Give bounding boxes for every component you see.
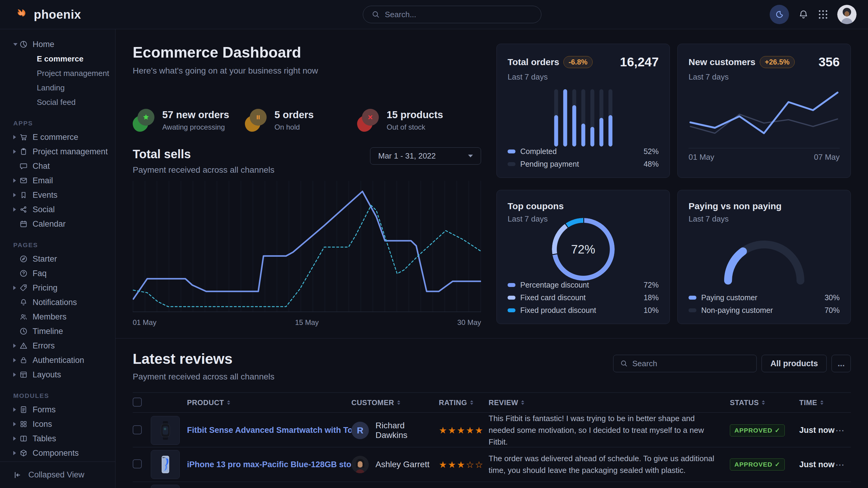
stat-new-orders: 57 new orders Awating processing <box>133 109 245 132</box>
chevron-right-icon <box>13 207 16 212</box>
legend-fixed-product-discount: Fixed product discount 10% <box>507 306 659 315</box>
column-header-product[interactable]: PRODUCT <box>187 398 351 407</box>
sidebar-item-events[interactable]: Events <box>0 188 115 202</box>
search-icon <box>620 360 628 367</box>
top-coupons-card: Top coupons Last 7 days 72% Percentage d… <box>496 190 670 324</box>
row-checkbox[interactable] <box>133 459 142 468</box>
table-header-row: PRODUCT CUSTOMER RATING REVIEW STATUS TI… <box>133 393 851 413</box>
orders-bar-chart <box>554 89 612 147</box>
customer-name: Ashley Garrett <box>375 460 430 469</box>
column-header-rating[interactable]: RATING <box>439 398 489 407</box>
product-image-fitbit[interactable] <box>151 416 180 445</box>
sidebar-item-members[interactable]: Members <box>0 310 115 324</box>
sidebar-item-layouts[interactable]: Layouts <box>0 367 115 382</box>
row-menu-button[interactable]: ⋯ <box>835 459 851 470</box>
collapse-arrow-icon <box>13 470 22 480</box>
bookmark-icon <box>19 191 33 199</box>
column-header-status[interactable]: STATUS <box>730 398 799 407</box>
sidebar-item-errors[interactable]: Errors <box>0 338 115 353</box>
sidebar-item-tables[interactable]: Tables <box>0 431 115 446</box>
paying-vs-nonpaying-card: Paying vs non paying Last 7 days Paying … <box>677 190 851 324</box>
tag-icon <box>19 284 33 292</box>
sidebar-item-calendar[interactable]: Calendar <box>0 217 115 231</box>
chat-bubble-icon <box>19 162 33 170</box>
product-link[interactable]: Fitbit Sense Advanced Smartwatch with To… <box>187 426 351 435</box>
review-text: The order was delivered ahead of schedul… <box>489 453 730 476</box>
chevron-right-icon <box>13 344 16 348</box>
legend-pending: Pending payment 48% <box>507 160 659 168</box>
column-header-review[interactable]: REVIEW <box>489 398 730 407</box>
sidebar-item-home[interactable]: Home <box>0 37 115 52</box>
legend-swatch <box>688 296 696 300</box>
sidebar-item-icons[interactable]: Icons <box>0 417 115 431</box>
sidebar-item-social-feed[interactable]: Social feed <box>0 95 115 109</box>
new-orders-star-icon <box>133 109 154 132</box>
sidebar-item-email[interactable]: Email <box>0 173 115 188</box>
row-checkbox[interactable] <box>133 425 142 434</box>
legend-completed: Completed 52% <box>507 147 659 156</box>
chevron-right-icon <box>13 150 16 154</box>
sidebar-item-components[interactable]: Components <box>0 446 115 460</box>
total-sells-x-axis: 01 May 15 May 30 May <box>133 318 481 327</box>
table-row-partial <box>133 482 851 488</box>
chevron-right-icon <box>13 436 16 441</box>
reviews-menu-button[interactable]: ... <box>832 355 851 372</box>
page-subtitle: Here's what's going on at your business … <box>133 66 481 76</box>
legend-swatch <box>507 150 516 154</box>
out-of-stock-x-icon <box>357 109 379 132</box>
paying-gauge-chart <box>719 235 809 286</box>
legend-non-paying-customer: Non-paying customer 70% <box>688 306 840 315</box>
file-text-icon <box>19 405 33 414</box>
sidebar-item-notifications[interactable]: Notifications <box>0 295 115 310</box>
all-products-button[interactable]: All products <box>762 355 827 372</box>
sidebar-item-authentication[interactable]: Authentication <box>0 353 115 367</box>
sidebar-item-starter[interactable]: Starter <box>0 252 115 266</box>
global-search[interactable] <box>363 6 541 23</box>
clipboard-icon <box>19 148 33 156</box>
sidebar-section-modules: MODULES <box>13 392 115 399</box>
phoenix-flame-icon <box>15 7 29 22</box>
product-image-iphone[interactable] <box>151 450 180 479</box>
column-header-customer[interactable]: CUSTOMER <box>351 398 439 407</box>
sidebar-item-faq[interactable]: Faq <box>0 266 115 281</box>
reviews-search-input[interactable] <box>632 359 750 368</box>
time-cell: Just now <box>799 460 835 469</box>
row-menu-button[interactable]: ⋯ <box>835 425 851 435</box>
sidebar-item-forms[interactable]: Forms <box>0 402 115 417</box>
chevron-right-icon <box>13 451 16 455</box>
search-input[interactable] <box>385 10 533 19</box>
date-range-select[interactable]: Mar 1 - 31, 2022 <box>370 148 481 165</box>
sidebar-section-pages: PAGES <box>13 241 115 249</box>
cube-icon <box>19 449 33 457</box>
legend-percentage-discount: Percentage discount 72% <box>507 281 659 289</box>
new-customers-x-axis: 01 May 07 May <box>688 148 840 162</box>
notifications-button[interactable] <box>798 9 809 20</box>
sort-icon <box>820 400 824 405</box>
user-avatar[interactable] <box>837 5 857 24</box>
sidebar-item-project-management[interactable]: Project management <box>0 144 115 159</box>
chevron-down-icon <box>13 43 18 46</box>
brand[interactable]: phoenix <box>15 7 81 22</box>
sidebar-item-pricing[interactable]: Pricing <box>0 281 115 295</box>
sidebar-item-ecommerce[interactable]: E commerce <box>0 130 115 144</box>
sidebar-item-ecommerce-dashboard[interactable]: E commerce <box>0 52 115 66</box>
status-badge: APPROVED✓ <box>730 424 785 436</box>
product-link[interactable]: iPhone 13 pro max-Pacific Blue-128GB sto… <box>187 460 351 469</box>
apps-grid-button[interactable] <box>818 9 828 20</box>
sidebar-item-chat[interactable]: Chat <box>0 159 115 173</box>
sidebar-item-project-management-dashboard[interactable]: Project management <box>0 66 115 80</box>
theme-toggle-button[interactable] <box>770 5 789 24</box>
reviews-search[interactable] <box>613 355 757 372</box>
select-all-checkbox[interactable] <box>133 398 142 406</box>
total-orders-badge: -6.8% <box>563 56 593 68</box>
chevron-right-icon <box>13 372 16 377</box>
legend-swatch <box>507 162 516 166</box>
column-header-time[interactable]: TIME <box>799 398 835 407</box>
sidebar-item-timeline[interactable]: Timeline <box>0 324 115 338</box>
collapse-sidebar-button[interactable]: Collapsed View <box>0 461 115 488</box>
product-image[interactable] <box>151 485 180 488</box>
sidebar-item-landing[interactable]: Landing <box>0 80 115 95</box>
sidebar-item-social[interactable]: Social <box>0 202 115 217</box>
chevron-right-icon <box>13 358 16 362</box>
sidebar-item-label: Home <box>33 40 54 49</box>
